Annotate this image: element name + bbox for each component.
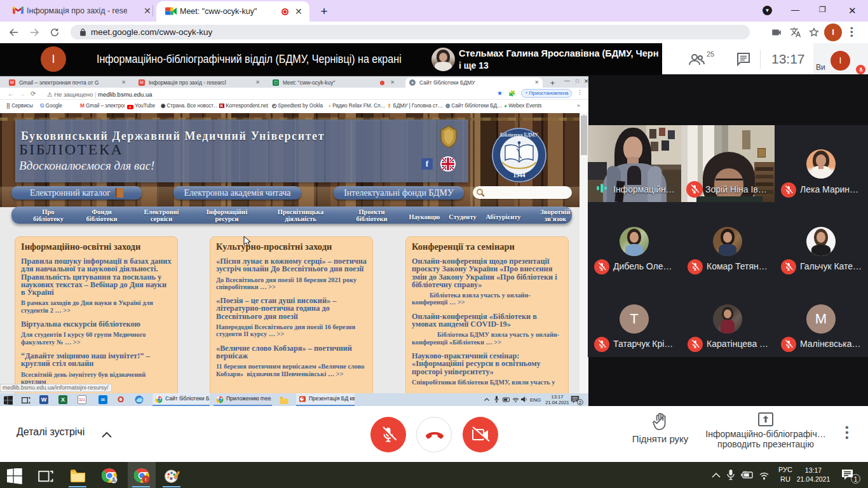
svg-text:1944: 1944: [513, 172, 526, 179]
svg-text:Бібліотека БДМУ: Бібліотека БДМУ: [500, 132, 538, 138]
svg-text:I: I: [145, 477, 146, 482]
